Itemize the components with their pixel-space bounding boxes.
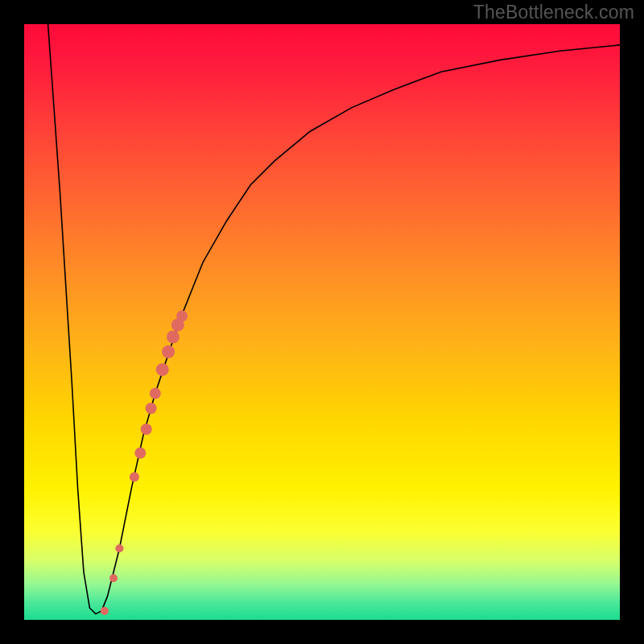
- scatter-dot: [156, 363, 169, 376]
- watermark-text: TheBottleneck.com: [473, 2, 634, 23]
- scatter-dot: [162, 345, 175, 358]
- plot-area: [24, 24, 620, 620]
- scatter-dot: [150, 388, 161, 399]
- chart-frame: TheBottleneck.com: [0, 0, 644, 644]
- scatter-dot: [146, 402, 157, 414]
- scatter-dot: [115, 544, 123, 552]
- chart-overlay: [24, 24, 620, 620]
- scatter-dot: [130, 472, 139, 481]
- scatter-dot: [101, 607, 109, 615]
- scatter-dot: [141, 423, 152, 435]
- scatter-dot: [109, 574, 118, 582]
- scatter-dot: [176, 311, 188, 322]
- scatter-dot: [134, 448, 146, 459]
- scatter-dot: [167, 331, 180, 344]
- bottleneck-curve: [48, 24, 620, 614]
